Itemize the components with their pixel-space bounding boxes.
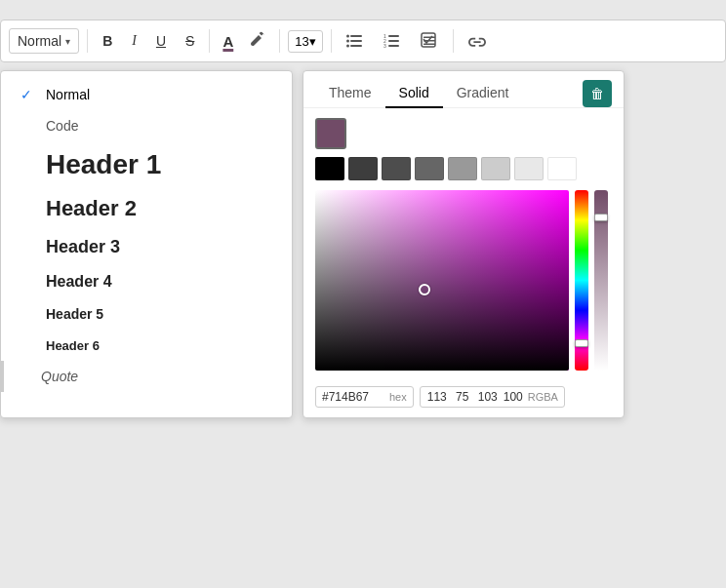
divider-3: [279, 29, 280, 53]
divider-4: [331, 29, 332, 53]
underline-button[interactable]: U: [149, 29, 173, 53]
svg-text:3: 3: [383, 43, 386, 49]
hex-input-wrap: hex: [315, 386, 414, 408]
svg-rect-1: [350, 40, 362, 42]
paragraph-item-label: Header 5: [46, 306, 103, 322]
preset-white[interactable]: [547, 157, 577, 180]
ordered-list-button[interactable]: 1 2 3: [377, 29, 408, 53]
preset-mid-gray[interactable]: [415, 157, 444, 180]
preset-colors: [315, 157, 612, 180]
main-container: Normal ▾ B I U S A 13 ▾: [0, 20, 726, 418]
preset-black[interactable]: [315, 157, 344, 180]
preset-lighter-gray[interactable]: [514, 157, 544, 180]
paragraph-item-label: Code: [46, 118, 78, 134]
svg-point-3: [346, 35, 349, 38]
font-size-chevron: ▾: [309, 34, 316, 49]
paragraph-item-label: Header 3: [46, 237, 120, 257]
saturation-area[interactable]: [315, 190, 569, 371]
check-icon: ✓: [20, 87, 36, 102]
color-picker-body: hex RGBA: [303, 108, 624, 417]
paragraph-item-quote[interactable]: ✓ Quote: [1, 361, 292, 392]
svg-rect-14: [424, 40, 435, 42]
saturation-dark: [315, 190, 569, 371]
preset-gray[interactable]: [448, 157, 477, 180]
hue-slider[interactable]: [575, 190, 588, 371]
divider-5: [453, 29, 454, 53]
paintbrush-icon: [249, 30, 266, 48]
paragraph-item-label: Normal: [46, 87, 90, 102]
preset-light-gray[interactable]: [481, 157, 510, 180]
font-color-button[interactable]: A: [218, 30, 238, 53]
color-picker-panel: Theme Solid Gradient 🗑: [302, 70, 625, 418]
font-color-letter: A: [222, 34, 233, 49]
paragraph-item-h2[interactable]: ✓ Header 2: [1, 188, 292, 229]
opacity-slider-handle: [594, 214, 608, 221]
hue-opacity-sliders: [575, 190, 588, 371]
unordered-list-button[interactable]: [340, 29, 371, 53]
paragraph-item-label: Header 2: [46, 196, 137, 221]
paragraph-item-h4[interactable]: ✓ Header 4: [1, 265, 292, 298]
paragraph-dropdown: ✓ Normal ✓ Code ✓ Header 1 ✓ Header 2 ✓ …: [0, 70, 293, 418]
opacity-slider[interactable]: [594, 190, 608, 371]
numbered-list-icon: 1 2 3: [383, 33, 401, 49]
hex-label: hex: [389, 391, 407, 403]
paragraph-item-label: Quote: [41, 369, 78, 384]
tab-gradient[interactable]: Gradient: [443, 79, 523, 108]
paragraph-item-label: Header 1: [46, 149, 161, 180]
paragraph-style-dropdown[interactable]: Normal ▾: [9, 28, 79, 54]
paragraph-style-label: Normal: [18, 33, 61, 49]
paragraph-item-h3[interactable]: ✓ Header 3: [1, 229, 292, 265]
divider-2: [209, 29, 210, 53]
svg-rect-6: [388, 35, 399, 37]
panels-row: ✓ Normal ✓ Code ✓ Header 1 ✓ Header 2 ✓ …: [0, 70, 726, 418]
paragraph-item-h5[interactable]: ✓ Header 5: [1, 298, 292, 330]
rgba-r-input[interactable]: [426, 390, 448, 404]
rgba-inputs: RGBA: [420, 386, 565, 408]
svg-rect-7: [388, 40, 399, 42]
svg-point-4: [346, 40, 349, 43]
hex-input[interactable]: [322, 390, 385, 404]
toolbar: Normal ▾ B I U S A 13 ▾: [0, 20, 726, 62]
rgba-b-input[interactable]: [477, 390, 499, 404]
link-button[interactable]: [462, 31, 495, 51]
font-size-selector[interactable]: 13 ▾: [288, 30, 322, 53]
paragraph-item-normal[interactable]: ✓ Normal: [1, 79, 292, 110]
chevron-down-icon: ▾: [65, 36, 70, 47]
preset-dark-gray[interactable]: [348, 157, 378, 180]
font-size-value: 13: [295, 34, 308, 49]
rgba-a-input[interactable]: [503, 390, 524, 404]
paragraph-item-h1[interactable]: ✓ Header 1: [1, 141, 292, 188]
rgba-label: RGBA: [528, 391, 558, 403]
italic-button[interactable]: I: [125, 29, 143, 53]
paragraph-item-h6[interactable]: ✓ Header 6: [1, 330, 292, 361]
checkbox-button[interactable]: [414, 28, 445, 54]
svg-rect-8: [388, 45, 399, 47]
selected-color-swatch[interactable]: [315, 118, 346, 149]
tab-theme[interactable]: Theme: [315, 79, 385, 108]
checkbox-icon: [421, 32, 438, 50]
paragraph-item-label: Header 4: [46, 273, 112, 291]
paintbrush-button[interactable]: [244, 26, 271, 56]
color-inputs-row: hex RGBA: [315, 386, 612, 408]
delete-color-button[interactable]: 🗑: [583, 80, 612, 107]
svg-rect-15: [424, 44, 435, 46]
list-icon: [346, 33, 364, 49]
svg-rect-0: [350, 35, 362, 37]
hue-slider-handle: [575, 339, 588, 347]
trash-icon: 🗑: [590, 86, 604, 101]
divider-1: [87, 29, 88, 53]
pickers-row: [315, 190, 612, 378]
rgba-g-input[interactable]: [452, 390, 473, 404]
tab-solid[interactable]: Solid: [385, 79, 443, 108]
strikethrough-button[interactable]: S: [179, 29, 201, 53]
color-picker-tabs: Theme Solid Gradient 🗑: [303, 71, 624, 108]
svg-point-5: [346, 45, 349, 48]
svg-rect-2: [350, 45, 362, 47]
paragraph-item-label: Header 6: [46, 338, 100, 353]
paragraph-item-code[interactable]: ✓ Code: [1, 110, 292, 141]
link-icon: [468, 35, 488, 47]
preset-darker-gray[interactable]: [382, 157, 411, 180]
bold-button[interactable]: B: [96, 29, 119, 53]
svg-rect-13: [424, 37, 435, 39]
